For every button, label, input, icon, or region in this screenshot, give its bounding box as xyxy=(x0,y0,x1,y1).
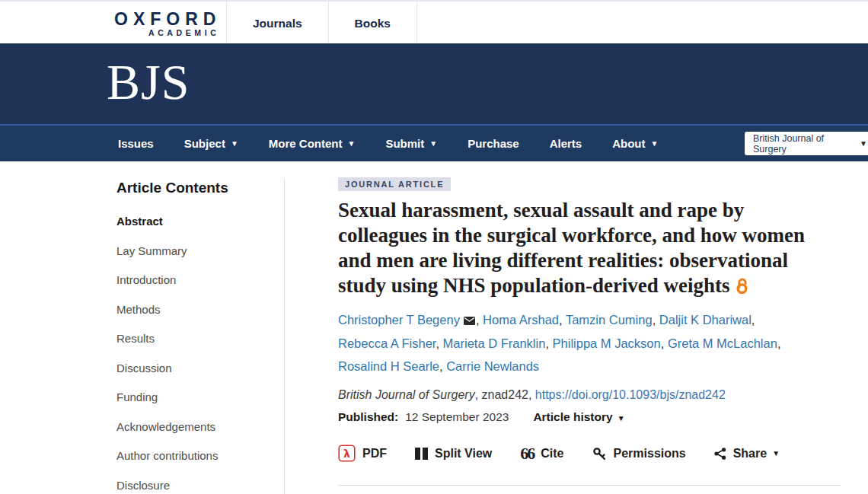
toolbar-divider xyxy=(338,485,841,486)
chevron-down-icon: ▼ xyxy=(347,140,355,148)
cite-button[interactable]: 66 Cite xyxy=(520,447,563,461)
email-envelope-icon[interactable] xyxy=(464,309,475,332)
page-content: Article Contents Abstract Lay Summary In… xyxy=(0,161,868,494)
author-link[interactable]: Greta M McLachlan xyxy=(668,336,777,350)
nav-more-content[interactable]: More Content▼ xyxy=(269,137,356,150)
citation-article-id: , znad242, xyxy=(475,388,535,401)
article-history-toggle[interactable]: Article history▼ xyxy=(533,410,624,424)
sidebar-item-discussion[interactable]: Discussion xyxy=(116,362,276,374)
doi-link[interactable]: https://doi.org/10.1093/bjs/znad242 xyxy=(535,388,726,401)
article-main: JOURNAL ARTICLE Sexual harassment, sexua… xyxy=(338,177,825,462)
sidebar-item-methods[interactable]: Methods xyxy=(116,303,276,316)
bjs-journal-logo[interactable]: BJS xyxy=(107,53,190,111)
nav-issues[interactable]: Issues xyxy=(118,137,154,150)
journal-article-badge: JOURNAL ARTICLE xyxy=(338,177,451,191)
author-link[interactable]: Christopher T Begeny xyxy=(338,313,460,327)
svg-text:λ: λ xyxy=(343,448,350,460)
chevron-down-icon: ▼ xyxy=(651,140,659,148)
article-title: Sexual harassment, sexual assault and ra… xyxy=(338,198,812,301)
nav-alerts[interactable]: Alerts xyxy=(550,137,582,150)
journal-select-value: British Journal of Surgery xyxy=(753,133,860,155)
sidebar-item-author-contributions[interactable]: Author contributions xyxy=(116,449,276,462)
open-access-lock-icon[interactable] xyxy=(735,276,749,301)
article-toolbar: λ PDF Split View 66 Cite Permissions Sha… xyxy=(338,445,825,462)
sidebar-item-introduction[interactable]: Introduction xyxy=(116,273,276,286)
author-link[interactable]: Rebecca A Fisher xyxy=(338,336,436,350)
author-link[interactable]: Tamzin Cuming xyxy=(566,313,653,327)
sidebar-item-abstract[interactable]: Abstract xyxy=(116,215,276,228)
chevron-down-icon: ▼ xyxy=(860,139,867,148)
permissions-button[interactable]: Permissions xyxy=(592,447,686,461)
published-label: Published: xyxy=(338,410,398,424)
tab-books[interactable]: Books xyxy=(328,2,417,45)
sidebar-heading: Article Contents xyxy=(116,180,276,196)
share-icon xyxy=(714,448,726,460)
author-link[interactable]: Philippa M Jackson xyxy=(553,336,661,350)
nav-about[interactable]: About▼ xyxy=(612,137,658,150)
logo-oxford-text: OXFORD xyxy=(114,10,221,28)
journal-select-dropdown[interactable]: British Journal of Surgery ▼ xyxy=(745,132,868,155)
cite-icon: 66 xyxy=(520,448,534,460)
author-link[interactable]: Homa Arshad xyxy=(483,313,559,327)
sidebar-divider xyxy=(284,178,285,494)
citation-line: British Journal of Surgery, znad242, htt… xyxy=(338,388,825,402)
permissions-key-icon xyxy=(592,447,607,461)
chevron-down-icon: ▼ xyxy=(772,449,780,457)
published-row: Published: 12 September 2023 Article his… xyxy=(338,410,825,424)
nav-subject[interactable]: Subject▼ xyxy=(184,137,238,150)
pdf-icon: λ xyxy=(338,445,356,462)
chevron-down-icon: ▼ xyxy=(429,140,437,148)
published-date: 12 September 2023 xyxy=(405,410,509,424)
site-header: OXFORD ACADEMIC Journals Books xyxy=(0,0,868,43)
logo-academic-text: ACADEMIC xyxy=(114,28,219,37)
share-button[interactable]: Share ▼ xyxy=(714,447,780,461)
chevron-down-icon: ▼ xyxy=(231,140,238,148)
tab-journals[interactable]: Journals xyxy=(226,2,328,45)
nav-purchase[interactable]: Purchase xyxy=(468,137,519,150)
sidebar-item-lay-summary[interactable]: Lay Summary xyxy=(116,244,276,257)
sidebar-item-funding[interactable]: Funding xyxy=(116,390,276,403)
split-view-button[interactable]: Split View xyxy=(415,447,492,461)
oxford-academic-logo[interactable]: OXFORD ACADEMIC xyxy=(114,10,221,37)
header-tabs: Journals Books xyxy=(226,2,417,45)
author-link[interactable]: Marieta D Franklin xyxy=(443,336,546,350)
article-contents-sidebar: Article Contents Abstract Lay Summary In… xyxy=(116,180,276,494)
sidebar-item-disclosure[interactable]: Disclosure xyxy=(116,479,276,492)
author-link[interactable]: Rosalind H Searle xyxy=(338,359,439,373)
citation-journal-name: British Journal of Surgery xyxy=(338,388,475,401)
journal-navbar: Issues Subject▼ More Content▼ Submit▼ Pu… xyxy=(0,124,868,161)
author-link[interactable]: Daljit K Dhariwal xyxy=(659,313,752,327)
pdf-button[interactable]: λ PDF xyxy=(338,445,387,462)
sidebar-item-results[interactable]: Results xyxy=(116,332,276,345)
journal-banner: BJS xyxy=(0,43,868,124)
chevron-down-icon: ▼ xyxy=(617,414,625,422)
author-list: Christopher T Begeny, Homa Arshad, Tamzi… xyxy=(338,308,795,378)
sidebar-item-acknowledgements[interactable]: Acknowledgements xyxy=(116,420,276,433)
split-view-icon xyxy=(415,448,428,460)
nav-submit[interactable]: Submit▼ xyxy=(385,137,437,150)
author-link[interactable]: Carrie Newlands xyxy=(446,359,539,373)
